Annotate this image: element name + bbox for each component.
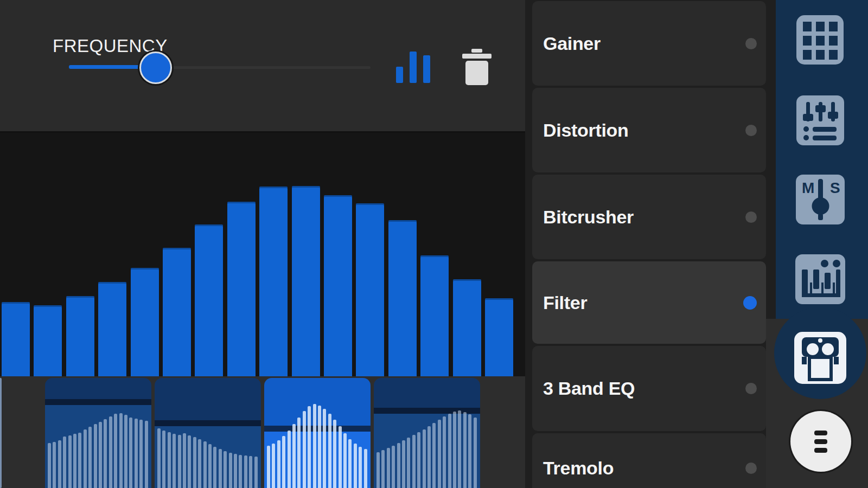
effect-status-dot	[745, 125, 757, 136]
more-dash	[814, 431, 827, 435]
preset-mini-bar	[443, 416, 446, 488]
preset-mini-bar	[333, 420, 336, 488]
svg-text:M: M	[802, 179, 814, 196]
preset-mini-bar	[397, 443, 400, 488]
effect-editor-area: FREQUENCY	[0, 0, 525, 488]
preset-mini-bar	[198, 439, 201, 488]
preset-tile-selected[interactable]	[264, 378, 371, 488]
effect-label: Bitcrusher	[543, 207, 634, 228]
preset-mini-bar	[376, 452, 380, 488]
spectrum-bar	[98, 282, 126, 376]
preset-threshold-line	[155, 420, 261, 426]
preset-mini-bar	[183, 433, 186, 488]
visualizer-meter-icon[interactable]	[395, 50, 432, 84]
preset-mini-bar	[249, 456, 252, 488]
spectrum-bar	[259, 187, 288, 376]
preset-tile[interactable]	[155, 378, 261, 488]
preset-mini-bar	[392, 446, 395, 488]
effect-controls-bar: FREQUENCY	[0, 0, 525, 133]
piano-keys-icon[interactable]	[795, 254, 845, 306]
effect-status-dot-active	[743, 296, 757, 310]
preset-mini-bar	[348, 439, 352, 488]
preset-mini-bar	[168, 432, 171, 488]
spectrum-bar	[66, 296, 94, 376]
preset-mini-bar	[343, 433, 347, 488]
effect-status-dot	[745, 463, 757, 474]
preset-mini-bar	[73, 434, 76, 488]
effect-pedal-icon-active[interactable]	[794, 332, 846, 386]
frequency-slider-knob[interactable]	[139, 52, 172, 84]
spectrum-bar	[163, 248, 191, 376]
effects-list: Gainer Distortion Bitcrusher Filter 3 Ba…	[532, 0, 766, 488]
preset-mini-bar	[219, 449, 222, 488]
effect-row-filter[interactable]: Filter	[532, 261, 766, 344]
effect-status-dot	[745, 383, 757, 394]
preset-mini-bar	[129, 418, 132, 488]
preset-mini-bar	[94, 424, 97, 488]
frequency-spectrum-display[interactable]	[0, 133, 525, 376]
preset-mini-bar	[53, 442, 56, 488]
spectrum-bar	[388, 220, 417, 376]
preset-mini-bar	[297, 418, 301, 488]
preset-mini-bar	[427, 426, 431, 488]
mid-side-icon[interactable]: M S	[796, 175, 845, 227]
preset-mini-bar	[303, 411, 306, 488]
effect-row-tremolo[interactable]: Tremolo	[532, 433, 766, 488]
preset-tile[interactable]	[45, 378, 151, 488]
spectrum-bar	[227, 202, 256, 376]
preset-mini-bar	[402, 440, 405, 488]
preset-threshold-line	[264, 426, 371, 432]
frequency-slider-track[interactable]	[141, 66, 371, 69]
preset-mini-bar	[272, 444, 275, 488]
preset-mini-bar	[135, 419, 138, 488]
preset-mini-bar	[104, 419, 107, 488]
effect-status-dot	[745, 38, 757, 49]
effect-row-3bandeq[interactable]: 3 Band EQ	[532, 346, 766, 431]
preset-mini-bar	[292, 424, 296, 488]
preset-mini-bar	[318, 406, 321, 488]
spectrum-bar	[453, 279, 481, 376]
preset-mini-bar	[63, 436, 66, 488]
preset-mini-bar	[463, 412, 467, 488]
preset-mini-bar	[458, 410, 461, 488]
frequency-slider-fill	[69, 65, 141, 69]
preset-tile-partial	[0, 378, 2, 488]
preset-mini-bar	[234, 454, 237, 488]
app-screen: FREQUENCY	[0, 0, 868, 488]
preset-mini-bar	[224, 451, 227, 488]
effect-row-gainer[interactable]: Gainer	[532, 1, 766, 86]
preset-mini-bar	[84, 429, 87, 488]
preset-mini-bar	[381, 450, 385, 488]
preset-mini-bar	[313, 404, 316, 488]
trash-icon[interactable]	[462, 49, 492, 86]
preset-mini-bar	[254, 457, 258, 488]
preset-strip	[0, 376, 525, 488]
preset-mini-bar	[114, 414, 117, 488]
channel-mixer-icon[interactable]	[796, 95, 844, 147]
preset-mini-bar	[193, 437, 196, 488]
more-options-button[interactable]	[790, 411, 851, 472]
preset-mini-bar	[288, 431, 291, 488]
effect-row-distortion[interactable]: Distortion	[532, 88, 766, 172]
preset-mini-bar	[162, 431, 165, 488]
preset-mini-bar	[203, 441, 207, 488]
spectrum-bar	[292, 186, 320, 376]
spectrum-bar	[2, 302, 30, 376]
preset-mini-bar	[417, 432, 420, 488]
effect-row-bitcrusher[interactable]: Bitcrusher	[532, 175, 766, 259]
preset-mini-bar	[323, 409, 326, 488]
preset-mini-bar	[308, 406, 311, 488]
preset-mini-bar	[139, 420, 143, 488]
preset-mini-bar	[468, 414, 471, 488]
preset-mini-bar	[48, 443, 51, 488]
pads-grid-icon[interactable]	[796, 15, 844, 67]
more-dash	[814, 439, 827, 444]
effect-status-dot	[745, 211, 757, 223]
preset-mini-bar	[423, 429, 426, 488]
preset-tile[interactable]	[374, 378, 480, 488]
svg-text:S: S	[830, 179, 840, 196]
preset-mini-bar	[474, 418, 477, 488]
spectrum-bar	[324, 195, 352, 376]
preset-mini-bar	[438, 420, 441, 488]
preset-mini-bar	[188, 435, 191, 488]
